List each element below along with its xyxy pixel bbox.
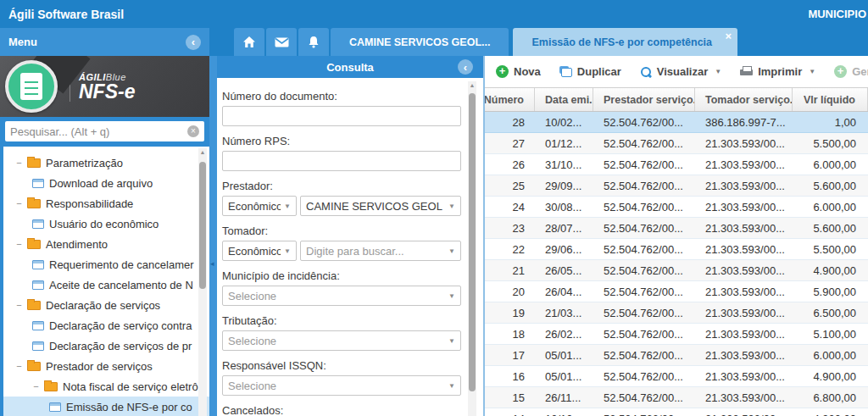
table-row[interactable]: 1826/02...52.504.762/00...21.303.593/00.… <box>485 324 868 345</box>
table-cell: 21/03... <box>535 302 593 323</box>
tab-active-emissao[interactable]: Emissão de NFS-e por competência × <box>513 28 737 56</box>
text-input[interactable] <box>222 106 461 126</box>
caret-down-icon[interactable]: ▼ <box>809 68 815 75</box>
dropdown-select[interactable]: Selecione▼ <box>222 330 461 351</box>
column-header[interactable]: Tomador serviço... <box>695 88 793 111</box>
table-row[interactable]: 2026/04...52.504.762/00...21.303.593/00.… <box>485 281 868 302</box>
tree-item[interactable]: −Nota fiscal de serviço eletrôni <box>3 376 209 397</box>
splitter-collapse-icon[interactable]: ◂ <box>210 259 214 268</box>
tree-expander-icon[interactable]: − <box>15 241 23 248</box>
tree-expander-icon[interactable]: − <box>15 159 23 167</box>
table-cell: 6.800,00 <box>793 387 868 408</box>
plus-circle-icon: + <box>834 65 847 78</box>
tree-item-label: Declaração de serviços <box>46 299 160 312</box>
tree-item[interactable]: −Atendimento <box>3 234 209 254</box>
visualizar-button[interactable]: Visualizar▼ <box>640 65 721 78</box>
tree-item[interactable]: Download de arquivo <box>3 173 209 193</box>
nova-button[interactable]: +Nova <box>496 65 541 78</box>
dropdown-select[interactable]: Econômico▼ <box>222 241 297 261</box>
table-row[interactable]: 2126/05...52.504.762/00...21.303.593/00.… <box>485 260 868 281</box>
table-cell: 29/06... <box>535 239 593 259</box>
menu-tree: −ParametrizaçãoDownload de arquivo−Respo… <box>3 147 209 416</box>
table-row[interactable]: 1705/01...52.504.762/00...21.303.593/00.… <box>485 345 868 366</box>
tab-notifications[interactable] <box>298 28 329 56</box>
field-label: Cancelados: <box>222 404 461 416</box>
sidebar-splitter[interactable]: ◂ <box>209 56 217 416</box>
tree-expander-icon[interactable]: − <box>32 383 40 391</box>
brand-product: NFS-e <box>79 82 135 102</box>
tree-item[interactable]: −Declaração de serviços <box>3 295 209 315</box>
imprimir-button[interactable]: Imprimir▼ <box>740 65 815 78</box>
table-row[interactable]: 2810/02...52.504.762/00...386.186.997-7.… <box>485 112 868 133</box>
menu-search-input[interactable] <box>10 125 187 138</box>
table-row[interactable]: 2430/08...52.504.762/00...21.303.593/00.… <box>485 197 868 218</box>
tree-expander-icon[interactable]: − <box>15 363 23 370</box>
tree-item[interactable]: −Responsabilidade <box>3 193 209 214</box>
duplicar-button[interactable]: Duplicar <box>559 65 621 78</box>
caret-down-icon[interactable]: ▼ <box>715 68 721 75</box>
caret-down-icon: ▼ <box>284 247 291 255</box>
table-cell: 19 <box>485 302 535 323</box>
table-cell: 5.900,00 <box>793 281 868 302</box>
tab-document[interactable]: CAMINE SERVICOS GEOL... <box>331 28 509 56</box>
table-row[interactable]: 2701/12...52.504.762/00...21.303.593/00.… <box>485 133 868 154</box>
tree-item[interactable]: Declaração de serviços de pr <box>3 336 209 356</box>
tree-expander-icon[interactable]: − <box>15 200 23 208</box>
text-input[interactable] <box>222 151 461 171</box>
table-cell: 22 <box>485 239 535 259</box>
table-row[interactable]: 1410/10...52.504.762/00...21.303.593/00.… <box>485 408 868 416</box>
dropdown-select[interactable]: Digite para buscar...▼ <box>300 241 461 261</box>
column-header[interactable]: Prestador serviço... <box>593 88 695 111</box>
menu-tree-container: −ParametrizaçãoDownload de arquivo−Respo… <box>3 147 209 416</box>
menu-collapse-button[interactable]: ‹ <box>186 35 201 50</box>
tree-item[interactable]: −Parametrização <box>3 153 209 173</box>
tab-close-icon[interactable]: × <box>725 30 732 42</box>
table-cell: 6.000,00 <box>793 197 868 217</box>
scroll-up-icon[interactable]: ▲ <box>198 148 207 157</box>
table-row[interactable]: 2229/06...52.504.762/00...21.303.593/00.… <box>485 239 868 260</box>
table-row[interactable]: 1605/01...52.504.762/00...21.303.593/00.… <box>485 366 868 387</box>
select-value: Selecione <box>228 380 445 392</box>
toolbar-button-label: Nova <box>514 65 541 78</box>
column-header[interactable]: Número <box>485 88 535 111</box>
scroll-up-icon[interactable]: ▲ <box>468 81 476 90</box>
table-cell: 14 <box>485 408 535 416</box>
tree-scrollbar-thumb[interactable] <box>199 162 206 289</box>
consulta-panel: Consulta ‹ Número do documento:Número RP… <box>217 56 483 416</box>
dropdown-select[interactable]: CAMINE SERVICOS GEOL▼ <box>300 196 461 216</box>
tree-item[interactable]: Declaração de serviço contra <box>3 315 209 336</box>
table-row[interactable]: 1921/03...52.504.762/00...21.303.593/00.… <box>485 302 868 324</box>
tree-item[interactable]: Requerimento de cancelamer <box>3 254 209 275</box>
consulta-scrollbar-thumb[interactable] <box>469 93 476 391</box>
table-row[interactable]: 2631/10...52.504.762/00...21.303.593/00.… <box>485 154 868 175</box>
table-row[interactable]: 1526/11...52.504.762/00...21.303.593/00.… <box>485 387 868 408</box>
caret-down-icon: ▼ <box>448 382 455 390</box>
table-cell: 21.303.593/00... <box>695 324 793 344</box>
tree-item-label: Emissão de NFS-e por co <box>66 401 192 413</box>
tab-home[interactable] <box>234 28 264 56</box>
tree-item-label: Responsabilidade <box>46 197 133 210</box>
consulta-header: Consulta ‹ <box>217 56 483 78</box>
dropdown-select[interactable]: Selecione▼ <box>222 286 461 306</box>
tree-item[interactable]: Usuário do econômico <box>3 214 209 234</box>
dropdown-select[interactable]: Econômico▼ <box>222 196 297 216</box>
field-label: Responsável ISSQN: <box>222 359 461 372</box>
results-toolbar: +NovaDuplicarVisualizar▼Imprimir▼+Gerar … <box>485 56 868 88</box>
tree-item[interactable]: −Prestador de serviços <box>3 356 209 376</box>
tree-expander-icon[interactable]: − <box>15 302 23 309</box>
column-header[interactable]: Vlr líquido <box>793 88 868 111</box>
consulta-scrollbar[interactable]: ▲ <box>468 81 476 416</box>
tree-scrollbar[interactable]: ▲ <box>198 148 207 416</box>
tree-item[interactable]: Emissão de NFS-e por co <box>3 397 209 416</box>
dropdown-select[interactable]: Selecione▼ <box>222 375 461 396</box>
table-cell: 26/11... <box>535 387 593 408</box>
table-row[interactable]: 2529/09...52.504.762/00...21.303.593/00.… <box>485 175 868 197</box>
tab-messages[interactable] <box>266 28 297 56</box>
column-header[interactable]: Data emi... <box>535 88 593 111</box>
table-cell: 28 <box>485 112 535 132</box>
tree-item[interactable]: Aceite de cancelamento de N <box>3 275 209 295</box>
table-row[interactable]: 2328/07...52.504.762/00...21.303.593/00.… <box>485 218 868 239</box>
consulta-collapse-button[interactable]: ‹ <box>458 59 473 75</box>
search-clear-icon[interactable]: × <box>187 125 199 137</box>
field-label: Tributação: <box>222 314 461 327</box>
